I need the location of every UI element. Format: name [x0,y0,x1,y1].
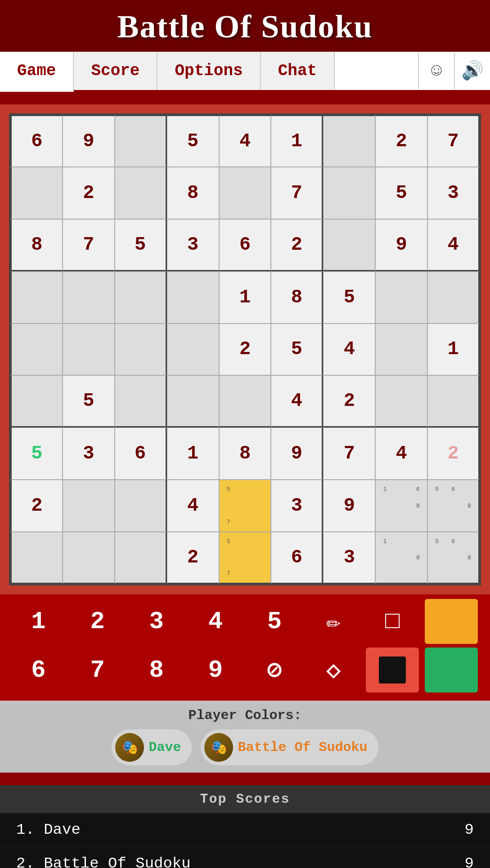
cell-0-5[interactable]: 1 [271,115,323,167]
cell-6-2[interactable]: 6 [115,427,167,480]
cell-8-1[interactable] [63,532,115,584]
cell-6-4[interactable]: 8 [219,427,271,480]
cell-5-4[interactable] [219,375,271,427]
cell-0-2[interactable] [115,115,167,167]
numpad-3[interactable]: 3 [130,599,183,644]
cell-4-2[interactable] [115,324,167,376]
cell-4-4[interactable]: 2 [219,324,271,376]
numpad-7[interactable]: 7 [71,648,124,693]
cell-0-0[interactable]: 6 [10,115,63,167]
cell-7-3[interactable]: 4 [167,480,219,532]
volume-icon-button[interactable]: 🔊 [454,53,490,89]
cell-3-6[interactable]: 5 [323,271,375,324]
cell-5-3[interactable] [167,375,219,427]
cell-3-2[interactable] [115,271,167,324]
cell-6-6[interactable]: 7 [323,427,375,480]
cell-1-0[interactable] [10,167,63,219]
cell-5-2[interactable] [115,375,167,427]
cell-5-7[interactable] [375,375,427,427]
cell-7-6[interactable]: 9 [323,480,375,532]
cell-0-4[interactable]: 4 [219,115,271,167]
cell-7-4[interactable]: 57 [219,480,271,532]
cell-7-0[interactable]: 2 [10,480,63,532]
cell-5-1[interactable]: 5 [63,375,115,427]
cell-6-5[interactable]: 9 [271,427,323,480]
smiley-icon-button[interactable]: ☺ [418,53,454,89]
cell-0-3[interactable]: 5 [167,115,219,167]
cell-8-6[interactable]: 3 [323,532,375,584]
cell-5-8[interactable] [427,375,480,427]
numpad-color-orange[interactable] [425,599,478,644]
cell-2-0[interactable]: 8 [10,219,63,271]
cell-0-7[interactable]: 2 [375,115,427,167]
cell-3-5[interactable]: 8 [271,271,323,324]
cell-0-1[interactable]: 9 [63,115,115,167]
cell-5-5[interactable]: 4 [271,375,323,427]
cell-2-1[interactable]: 7 [63,219,115,271]
cell-7-1[interactable] [63,480,115,532]
cell-8-7[interactable]: 18 [375,532,427,584]
cell-5-6[interactable]: 2 [323,375,375,427]
numpad-5[interactable]: 5 [248,599,301,644]
cell-1-2[interactable] [115,167,167,219]
numpad-pencil[interactable]: ✏ [307,599,360,644]
cell-4-0[interactable] [10,324,63,376]
numpad-9[interactable]: 9 [189,648,242,693]
numpad-8[interactable]: 8 [130,648,183,693]
cell-8-3[interactable]: 2 [167,532,219,584]
cell-6-8[interactable]: 2 [427,427,480,480]
numpad-color-black[interactable] [366,648,419,693]
numpad-6[interactable]: 6 [12,648,65,693]
cell-1-7[interactable]: 5 [375,167,427,219]
cell-2-5[interactable]: 2 [271,219,323,271]
cell-2-4[interactable]: 6 [219,219,271,271]
cell-3-0[interactable] [10,271,63,324]
cell-4-6[interactable]: 4 [323,324,375,376]
cell-8-4[interactable]: 57 [219,532,271,584]
tab-game[interactable]: Game [0,52,74,92]
cell-7-7[interactable]: 168 [375,480,427,532]
cell-1-1[interactable]: 2 [63,167,115,219]
cell-4-8[interactable]: 1 [427,324,480,376]
cell-5-0[interactable] [10,375,63,427]
cell-8-8[interactable]: 568 [427,532,480,584]
cell-0-6[interactable] [323,115,375,167]
cell-3-7[interactable] [375,271,427,324]
cell-2-2[interactable]: 5 [115,219,167,271]
cell-4-7[interactable] [375,324,427,376]
numpad-4[interactable]: 4 [189,599,242,644]
cell-4-1[interactable] [63,324,115,376]
cell-6-3[interactable]: 1 [167,427,219,480]
numpad-color-green[interactable] [425,648,478,693]
cell-6-7[interactable]: 4 [375,427,427,480]
cell-2-3[interactable]: 3 [167,219,219,271]
cell-1-6[interactable] [323,167,375,219]
tab-chat[interactable]: Chat [261,52,335,90]
cell-3-3[interactable] [167,271,219,324]
tab-score[interactable]: Score [74,52,157,90]
cell-8-2[interactable] [115,532,167,584]
numpad-erase[interactable]: ⊘ [248,648,301,693]
cell-2-7[interactable]: 9 [375,219,427,271]
cell-7-2[interactable] [115,480,167,532]
cell-7-5[interactable]: 3 [271,480,323,532]
cell-3-8[interactable] [427,271,480,324]
cell-3-1[interactable] [63,271,115,324]
cell-2-6[interactable] [323,219,375,271]
cell-8-5[interactable]: 6 [271,532,323,584]
cell-7-8[interactable]: 568 [427,480,480,532]
cell-6-1[interactable]: 3 [63,427,115,480]
cell-0-8[interactable]: 7 [427,115,480,167]
cell-6-0[interactable]: 5 [10,427,63,480]
tab-options[interactable]: Options [157,52,261,90]
cell-4-3[interactable] [167,324,219,376]
cell-1-8[interactable]: 3 [427,167,480,219]
numpad-diamond-erase[interactable]: ◇ [307,648,360,693]
cell-2-8[interactable]: 4 [427,219,480,271]
numpad-2[interactable]: 2 [71,599,124,644]
cell-1-4[interactable] [219,167,271,219]
cell-4-5[interactable]: 5 [271,324,323,376]
cell-1-5[interactable]: 7 [271,167,323,219]
numpad-square[interactable]: □ [366,599,419,644]
cell-1-3[interactable]: 8 [167,167,219,219]
